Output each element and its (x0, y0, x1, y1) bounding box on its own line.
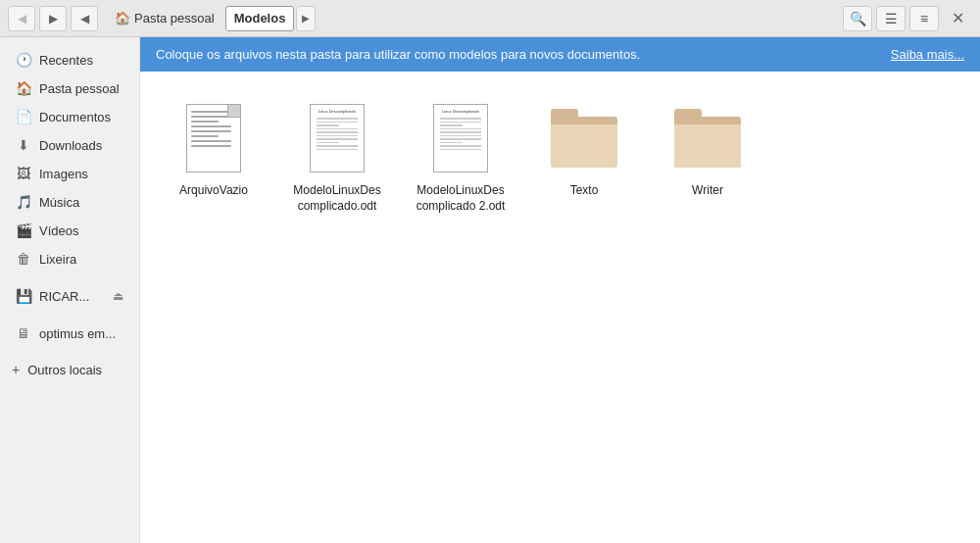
info-banner: Coloque os arquivos nesta pasta para uti… (140, 37, 980, 72)
view-toggle-button[interactable]: ☰ (876, 6, 906, 31)
path-current-label: Modelos (234, 11, 286, 25)
doc-line (191, 130, 231, 132)
tl (317, 124, 339, 126)
folder-front (674, 124, 741, 168)
tl (440, 149, 481, 151)
file-icon-modelo1: Linux Descomplicado (303, 99, 371, 177)
search-button[interactable]: 🔍 (843, 6, 872, 31)
musica-icon: 🎵 (16, 194, 31, 210)
file-item-modelo1[interactable]: Linux Descomplicado (283, 91, 391, 222)
titlebar: ◀ ▶ ◀ 🏠 Pasta pessoal Modelos ▶ 🔍 ☰ ≡ ✕ (0, 0, 980, 37)
menu-button[interactable]: ≡ (909, 6, 939, 31)
sidebar: 🕐 Recentes 🏠 Pasta pessoal 📄 Documentos … (0, 37, 140, 543)
sidebar-separator (0, 273, 139, 281)
tl (440, 122, 481, 123)
up-button[interactable]: ◀ (71, 6, 98, 31)
sidebar-label-downloads: Downloads (39, 138, 123, 153)
banner-text: Coloque os arquivos nesta pasta para uti… (156, 47, 640, 62)
banner-link[interactable]: Saiba mais... (891, 47, 964, 62)
tl (317, 142, 339, 144)
sidebar-label-optimus: optimus em... (39, 326, 123, 341)
sidebar-item-musica[interactable]: 🎵 Música (4, 188, 135, 216)
tl (440, 138, 481, 140)
sidebar-label-documentos: Documentos (39, 110, 123, 124)
tl (440, 142, 463, 144)
ricar-icon: 💾 (16, 288, 31, 304)
file-name-arquivo-vazio: ArquivoVazio (179, 183, 248, 199)
file-icon-arquivo-vazio (179, 99, 248, 177)
tl (317, 131, 358, 133)
doc-line (191, 125, 231, 127)
tl (440, 128, 481, 130)
sidebar-label-lixeira: Lixeira (39, 252, 123, 267)
doc-line (191, 111, 231, 113)
folder-icon-writer (674, 109, 741, 168)
file-icon-texto (550, 99, 618, 177)
sidebar-item-ricar[interactable]: 💾 RICAR... ⏏ (4, 282, 135, 310)
outros-plus-icon: + (12, 362, 20, 377)
downloads-icon: ⬇ (16, 137, 31, 153)
sidebar-item-outros[interactable]: + Outros locais (0, 356, 139, 383)
file-icon-writer (673, 99, 742, 177)
tl (317, 138, 358, 140)
pasta-pessoal-icon: 🏠 (16, 80, 31, 96)
sidebar-item-imagens[interactable]: 🖼 Imagens (4, 160, 135, 187)
sidebar-item-lixeira[interactable]: 🗑 Lixeira (4, 245, 135, 272)
template-header-1: Linux Descomplicado (315, 109, 360, 114)
sidebar-label-outros: Outros locais (27, 363, 102, 377)
forward-button[interactable]: ▶ (39, 6, 67, 31)
file-name-modelo2: ModeloLinuxDescomplicado 2.odt (415, 183, 507, 214)
sidebar-separator3 (0, 348, 139, 356)
eject-icon[interactable]: ⏏ (113, 289, 123, 303)
path-current[interactable]: Modelos (225, 6, 295, 31)
tl (317, 122, 358, 123)
documentos-icon: 📄 (16, 109, 31, 124)
back-button[interactable]: ◀ (8, 6, 35, 31)
sidebar-item-pasta-pessoal[interactable]: 🏠 Pasta pessoal (4, 74, 135, 102)
sidebar-item-downloads[interactable]: ⬇ Downloads (4, 131, 135, 159)
tl (440, 118, 481, 120)
sidebar-label-imagens: Imagens (39, 167, 123, 181)
template-icon-2: Linux Descomplicado (433, 104, 488, 173)
optimus-icon: 🖥 (16, 325, 31, 341)
tl (317, 118, 358, 120)
doc-line (191, 140, 231, 142)
imagens-icon: 🖼 (16, 166, 31, 181)
tl (317, 128, 358, 130)
breadcrumb: 🏠 Pasta pessoal Modelos ▶ (106, 6, 316, 31)
home-icon: 🏠 (115, 11, 130, 25)
path-arrow[interactable]: ▶ (296, 6, 316, 31)
doc-icon (186, 104, 241, 173)
path-home[interactable]: 🏠 Pasta pessoal (106, 6, 223, 31)
tl (440, 124, 463, 126)
lixeira-icon: 🗑 (16, 251, 31, 267)
file-name-modelo1: ModeloLinuxDescomplicado.odt (291, 183, 383, 214)
sidebar-label-pasta-pessoal: Pasta pessoal (39, 81, 123, 96)
sidebar-item-optimus[interactable]: 🖥 optimus em... (4, 320, 135, 347)
file-item-writer[interactable]: Writer (654, 91, 761, 222)
sidebar-item-recentes[interactable]: 🕐 Recentes (4, 46, 135, 74)
files-grid: ArquivoVazio Linux Descomplicado (140, 72, 980, 241)
template-inner-2: Linux Descomplicado (434, 105, 487, 172)
tl (317, 135, 358, 137)
sidebar-label-musica: Música (39, 195, 123, 210)
tl (317, 145, 358, 147)
tl (440, 135, 481, 137)
doc-line (191, 121, 219, 123)
folder-front (551, 124, 617, 168)
file-item-texto[interactable]: Texto (530, 91, 638, 222)
sidebar-separator2 (0, 311, 139, 319)
file-item-arquivo-vazio[interactable]: ArquivoVazio (160, 91, 268, 222)
sidebar-item-videos[interactable]: 🎬 Vídeos (4, 217, 135, 244)
file-item-modelo2[interactable]: Linux Descomplicado (407, 91, 514, 222)
tl (440, 131, 481, 133)
file-name-texto: Texto (570, 183, 599, 199)
doc-line (191, 135, 219, 137)
doc-line (191, 116, 231, 118)
file-icon-modelo2: Linux Descomplicado (426, 99, 495, 177)
sidebar-item-documentos[interactable]: 📄 Documentos (4, 103, 135, 130)
content-area: Coloque os arquivos nesta pasta para uti… (140, 37, 980, 543)
template-header-2: Linux Descomplicado (438, 109, 483, 114)
sidebar-label-videos: Vídeos (39, 223, 123, 238)
close-button[interactable]: ✕ (943, 6, 972, 31)
